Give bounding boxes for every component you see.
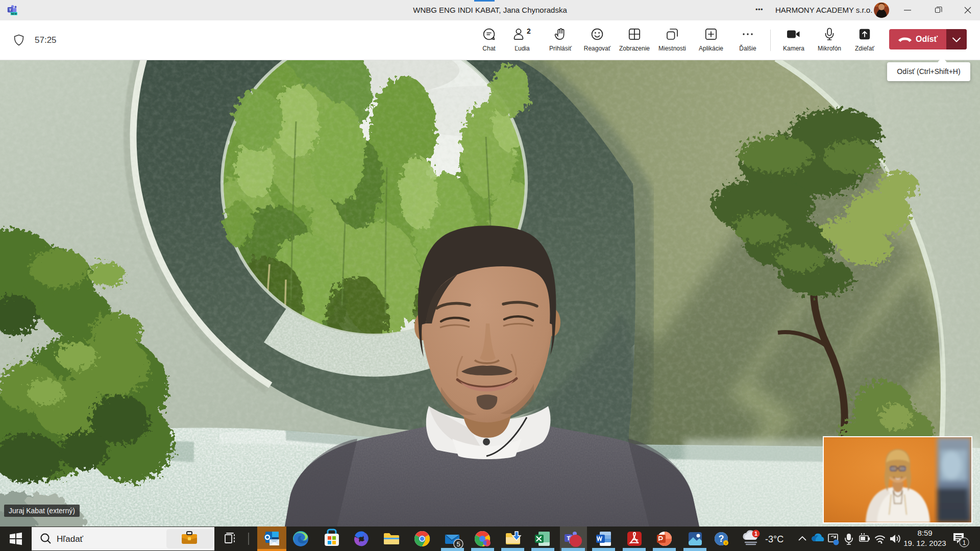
svg-text:1: 1 [754, 531, 757, 537]
svg-text:2: 2 [527, 28, 531, 35]
svg-text:T: T [9, 8, 12, 12]
svg-text:8:59: 8:59 [917, 529, 932, 537]
svg-text:5: 5 [456, 540, 460, 548]
svg-text:1: 1 [963, 539, 966, 546]
svg-text:NEW: NEW [11, 13, 17, 15]
svg-text:-3°C: -3°C [765, 534, 783, 544]
svg-text:i: i [725, 541, 726, 545]
svg-text:19. 12. 2023: 19. 12. 2023 [903, 539, 946, 547]
svg-text:Hľadať: Hľadať [57, 534, 84, 544]
svg-text:?: ? [719, 534, 724, 544]
